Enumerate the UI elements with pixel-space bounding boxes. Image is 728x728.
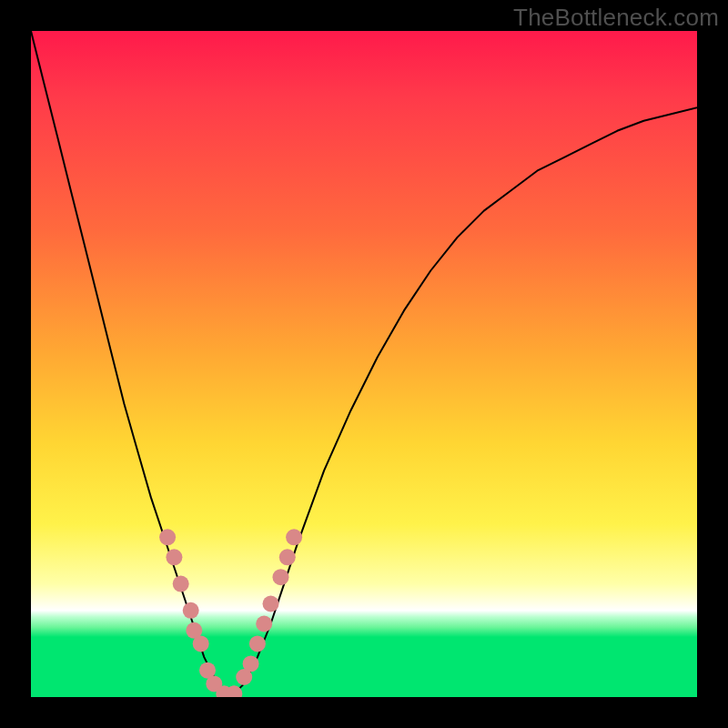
marker-dot xyxy=(279,549,296,565)
watermark-text: TheBottleneck.com xyxy=(513,4,719,32)
marker-dot xyxy=(249,635,266,652)
marker-dot xyxy=(173,576,189,592)
marker-dot xyxy=(286,529,302,545)
marker-dot xyxy=(193,635,209,652)
marker-dot xyxy=(166,549,182,565)
marker-dot xyxy=(256,616,272,632)
bottleneck-curve xyxy=(31,31,697,697)
marker-dot xyxy=(159,529,176,545)
chart-frame: TheBottleneck.com xyxy=(0,0,728,728)
highlight-dots xyxy=(159,529,302,697)
marker-dot xyxy=(243,655,259,672)
marker-dot xyxy=(263,596,279,612)
chart-svg xyxy=(31,31,697,697)
marker-dot xyxy=(183,602,199,619)
marker-dot xyxy=(273,569,289,585)
plot-area xyxy=(31,31,697,697)
